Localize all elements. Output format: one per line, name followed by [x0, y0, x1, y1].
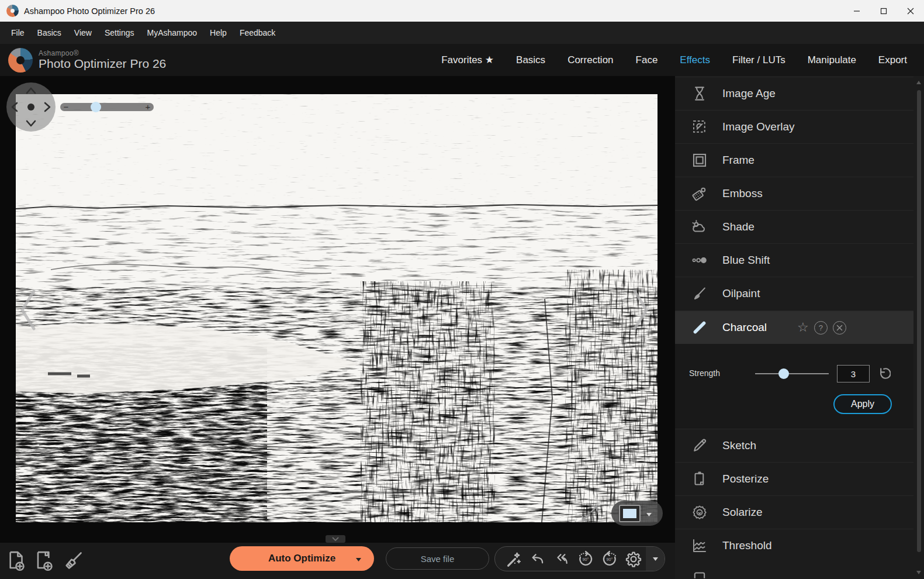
sidebar-item-image-overlay[interactable]: Image Overlay [675, 110, 913, 143]
pan-down-icon [27, 121, 35, 126]
compare-view-button[interactable] [611, 501, 663, 526]
image-overlay-icon [689, 116, 710, 137]
menu-myashampoo[interactable]: MyAshampoo [140, 22, 203, 44]
compare-dropdown-caret-icon[interactable] [646, 508, 652, 519]
tools-dropdown-caret-icon [653, 557, 658, 561]
sidebar-item-solarize[interactable]: Solarize [675, 495, 913, 529]
header: Ashampoo® Photo Optimizer Pro 26 Favorit… [0, 44, 924, 76]
settings-button[interactable] [622, 547, 645, 571]
app-window: Ashampoo Photo Optimizer Pro 26 FileBasi… [0, 0, 924, 579]
pan-control[interactable] [6, 82, 56, 132]
magic-wand-button[interactable] [502, 547, 525, 571]
zoom-slider-thumb[interactable] [91, 102, 101, 112]
auto-optimize-button[interactable]: Auto Optimize [230, 546, 374, 571]
window-title: Ashampoo Photo Optimizer Pro 26 [24, 6, 155, 16]
menu-view[interactable]: View [68, 22, 98, 44]
effects-sidebar: Image Age Image Overlay Frame Em [675, 76, 924, 579]
shade-icon [689, 216, 710, 237]
menu-basics[interactable]: Basics [31, 22, 68, 44]
undo-button[interactable] [526, 547, 549, 571]
menu-file[interactable]: File [5, 22, 31, 44]
help-icon[interactable]: ? [814, 321, 828, 335]
tab-favorites[interactable]: Favorites ★ [430, 44, 505, 76]
brand-company: Ashampoo® [39, 50, 166, 57]
scroll-down-arrow-icon[interactable] [916, 571, 921, 574]
undo-all-icon [553, 550, 570, 568]
image-viewport: − + [0, 76, 675, 579]
bottom-toolbar: Auto Optimize Save file [0, 543, 675, 579]
charcoal-icon [689, 317, 710, 338]
collapse-toolbar-tab[interactable] [326, 535, 345, 543]
zoom-out-icon[interactable]: − [61, 103, 71, 111]
undo-all-button[interactable] [550, 547, 573, 571]
sidebar-item-oilpaint[interactable]: Oilpaint [675, 277, 913, 310]
menu-help[interactable]: Help [203, 22, 233, 44]
tab-export[interactable]: Export [867, 44, 918, 76]
tab-manipulate[interactable]: Manipulate [797, 44, 867, 76]
sidebar-item-shade[interactable]: Shade [675, 210, 913, 243]
selected-effect-container: Charcoal ☆ ? [675, 311, 913, 344]
reset-strength-button[interactable] [875, 366, 891, 381]
sidebar-item-frame[interactable]: Frame [675, 143, 913, 177]
sidebar-item-posterize[interactable]: Posterize [675, 462, 913, 495]
apply-label: Apply [851, 399, 874, 409]
photo-canvas[interactable] [16, 94, 657, 522]
apply-button[interactable]: Apply [833, 394, 892, 414]
maximize-button[interactable] [870, 0, 897, 22]
effects-list-top: Image Age Image Overlay Frame Em [675, 77, 913, 310]
scroll-up-arrow-icon[interactable] [916, 81, 921, 84]
tab-correction[interactable]: Correction [556, 44, 624, 76]
gear-icon [624, 550, 643, 568]
tab-filter-luts[interactable]: Filter / LUTs [721, 44, 797, 76]
menu-feedback[interactable]: Feedback [233, 22, 282, 44]
solarize-icon [689, 502, 710, 523]
minimize-button[interactable] [843, 0, 870, 22]
threshold-icon [689, 535, 710, 556]
broom-icon [63, 550, 84, 571]
sidebar-item-sketch[interactable]: Sketch [675, 429, 913, 462]
previous-image-button[interactable] [18, 288, 37, 332]
sidebar-item-charcoal[interactable]: Charcoal ☆ ? [675, 311, 913, 344]
titlebar: Ashampoo Photo Optimizer Pro 26 [0, 0, 924, 22]
add-image-button[interactable] [5, 547, 29, 574]
partial-effect-row[interactable] [675, 562, 913, 579]
auto-optimize-dropdown-icon[interactable] [356, 553, 361, 564]
deselect-effect-icon[interactable] [833, 321, 846, 335]
strength-slider[interactable] [755, 373, 829, 374]
rotate-right-button[interactable]: 90° [598, 547, 621, 571]
favorite-star-icon[interactable]: ☆ [797, 321, 809, 334]
pan-center-dot[interactable] [27, 104, 34, 111]
sidebar-scrollbar[interactable] [916, 80, 922, 575]
close-button[interactable] [897, 0, 924, 22]
sidebar-item-threshold[interactable]: Threshold [675, 529, 913, 562]
svg-text:90°: 90° [582, 557, 589, 562]
tab-effects[interactable]: Effects [669, 44, 721, 76]
zoom-slider[interactable]: − + [60, 103, 154, 111]
menu-settings[interactable]: Settings [98, 22, 141, 44]
frame-icon [689, 150, 710, 171]
auto-optimize-label: Auto Optimize [268, 553, 335, 564]
fullscreen-button[interactable] [577, 502, 602, 525]
strength-value-input[interactable]: 3 [837, 365, 870, 382]
menubar: FileBasicsViewSettingsMyAshampooHelpFeed… [0, 22, 924, 44]
next-image-button[interactable] [631, 288, 651, 332]
selected-effect-label: Charcoal [722, 321, 767, 334]
add-folder-button[interactable] [33, 547, 57, 574]
tool-group: 90° 90° [494, 546, 665, 571]
zoom-in-icon[interactable]: + [143, 103, 153, 111]
sidebar-item-emboss[interactable]: Emboss [675, 177, 913, 210]
minimize-icon [853, 8, 860, 15]
effects-list-bottom: Sketch Posterize Solarize Thresh [675, 429, 913, 562]
clear-list-button[interactable] [61, 547, 85, 574]
strength-slider-thumb[interactable] [778, 368, 789, 379]
tab-basics[interactable]: Basics [505, 44, 556, 76]
scrollbar-thumb[interactable] [917, 90, 921, 552]
save-file-button[interactable]: Save file [386, 547, 489, 570]
sidebar-item-blue-shift[interactable]: Blue Shift [675, 243, 913, 277]
tools-dropdown-button[interactable] [646, 546, 665, 571]
rotate-left-button[interactable]: 90° [574, 547, 597, 571]
sidebar-item-image-age[interactable]: Image Age [675, 77, 913, 110]
tab-face[interactable]: Face [625, 44, 669, 76]
main-nav: Favorites ★BasicsCorrectionFaceEffectsFi… [430, 44, 918, 76]
undo-icon [529, 550, 546, 568]
